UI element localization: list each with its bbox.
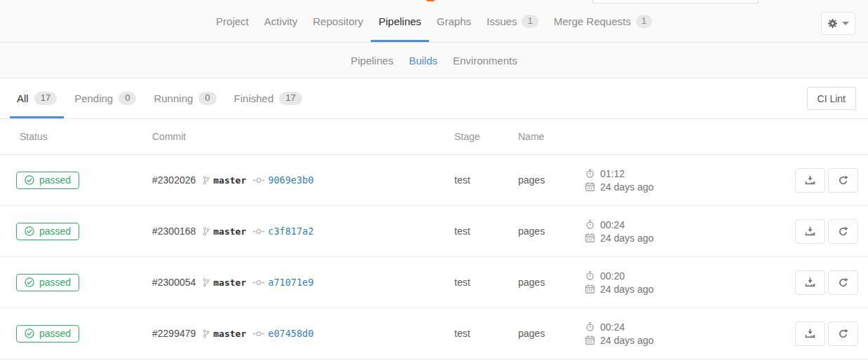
build-row: passed #2299479 master e07458d0 test pag… xyxy=(0,308,868,359)
status-label: passed xyxy=(39,174,71,186)
tab-count-badge: 17 xyxy=(34,92,57,105)
build-id-link[interactable]: #2300168 xyxy=(152,226,196,237)
nav-link-pipelines[interactable]: Pipelines xyxy=(372,0,428,42)
download-icon xyxy=(805,328,815,339)
download-icon xyxy=(805,226,815,237)
nav-link-repository[interactable]: Repository xyxy=(306,0,370,42)
finished-value: 24 days ago xyxy=(600,181,653,193)
gitlab-builds-page: Project Activity Repository Pipelines Gr… xyxy=(0,0,868,360)
commit-icon xyxy=(253,279,264,286)
duration-line: 00:24 xyxy=(585,219,792,230)
project-nav: Project Activity Repository Pipelines Gr… xyxy=(0,0,868,43)
timing-cell: 00:24 24 days ago xyxy=(585,321,792,346)
settings-dropdown-button[interactable] xyxy=(821,12,855,35)
header-stage: Stage xyxy=(454,131,518,142)
nav-item-pipelines[interactable]: Pipelines xyxy=(371,0,429,42)
nav-link-project[interactable]: Project xyxy=(209,0,256,42)
build-id-link[interactable]: #2300054 xyxy=(152,277,196,288)
branch-icon xyxy=(203,329,210,338)
build-id-link[interactable]: #2302026 xyxy=(152,174,196,186)
nav-link-activity[interactable]: Activity xyxy=(257,0,305,42)
build-row: passed #2300168 master c3f817a2 test pag… xyxy=(0,206,868,257)
finished-line: 24 days ago xyxy=(585,233,792,244)
nav-label: Merge Requests xyxy=(554,15,631,27)
actions-cell xyxy=(792,270,858,295)
actions-cell xyxy=(792,168,858,193)
timing-cell: 00:20 24 days ago xyxy=(585,270,792,295)
calendar-icon xyxy=(585,284,595,293)
build-scope-tabs: All17 Pending0 Running0 Finished17 xyxy=(10,78,313,118)
nav-link-merge-requests[interactable]: Merge Requests1 xyxy=(547,0,659,42)
retry-build-button[interactable] xyxy=(828,270,858,295)
calendar-icon xyxy=(585,335,595,345)
duration-value: 00:20 xyxy=(600,270,625,282)
commit-icon xyxy=(253,228,264,235)
nav-link-issues[interactable]: Issues1 xyxy=(480,0,545,42)
check-circle-icon xyxy=(25,175,34,185)
commit-cell: #2299479 master e07458d0 xyxy=(152,328,454,339)
ci-lint-button[interactable]: CI Lint xyxy=(807,87,856,110)
actions-cell xyxy=(792,321,858,346)
commit-cell: #2302026 master 9069e3b0 xyxy=(152,174,454,186)
download-artifacts-button[interactable] xyxy=(795,219,825,244)
duration-value: 00:24 xyxy=(600,321,625,333)
retry-build-button[interactable] xyxy=(828,219,858,244)
nav-item-repository[interactable]: Repository xyxy=(305,0,371,42)
retry-icon xyxy=(838,175,848,186)
commit-hash-link[interactable]: a71071e9 xyxy=(268,277,313,288)
nav-label: Project xyxy=(216,15,249,27)
nav-item-activity[interactable]: Activity xyxy=(257,0,306,42)
tab-running[interactable]: Running0 xyxy=(147,78,223,118)
status-badge[interactable]: passed xyxy=(16,274,79,291)
download-artifacts-button[interactable] xyxy=(795,168,825,193)
branch-link[interactable]: master xyxy=(213,175,246,186)
builds-table-header: Status Commit Stage Name xyxy=(0,119,868,155)
nav-item-merge-requests[interactable]: Merge Requests1 xyxy=(546,0,660,42)
tab-all[interactable]: All17 xyxy=(10,78,64,118)
branch-ref: master xyxy=(203,277,246,288)
tab-finished[interactable]: Finished17 xyxy=(227,78,309,118)
build-id-link[interactable]: #2299479 xyxy=(152,328,196,339)
commit-hash-link[interactable]: 9069e3b0 xyxy=(268,174,313,186)
actions-cell xyxy=(792,219,858,244)
search-input-partial[interactable] xyxy=(592,0,759,4)
nav-link-graphs[interactable]: Graphs xyxy=(430,0,478,42)
name-cell: pages xyxy=(518,328,585,339)
calendar-icon xyxy=(585,233,595,242)
header-name: Name xyxy=(518,131,585,142)
stopwatch-icon xyxy=(585,220,595,229)
sub-nav-builds[interactable]: Builds xyxy=(401,55,445,67)
finished-line: 24 days ago xyxy=(585,181,792,193)
stage-cell: test xyxy=(454,328,518,339)
nav-item-project[interactable]: Project xyxy=(208,0,257,42)
nav-item-graphs[interactable]: Graphs xyxy=(429,0,479,42)
branch-ref: master xyxy=(203,328,246,339)
branch-link[interactable]: master xyxy=(213,226,246,237)
download-artifacts-button[interactable] xyxy=(795,321,825,346)
sub-nav-environments[interactable]: Environments xyxy=(445,55,525,67)
commit-hash-link[interactable]: c3f817a2 xyxy=(268,226,313,237)
nav-item-issues[interactable]: Issues1 xyxy=(479,0,546,42)
tab-pending[interactable]: Pending0 xyxy=(67,78,143,118)
commit-hash-link[interactable]: e07458d0 xyxy=(268,328,313,339)
tab-count-badge: 0 xyxy=(198,92,216,105)
stopwatch-icon xyxy=(585,271,595,280)
issues-count-badge: 1 xyxy=(522,15,538,28)
finished-value: 24 days ago xyxy=(600,233,653,244)
retry-build-button[interactable] xyxy=(828,168,858,193)
retry-build-button[interactable] xyxy=(828,321,858,346)
header-commit: Commit xyxy=(152,131,454,142)
stopwatch-icon xyxy=(585,169,595,178)
status-badge[interactable]: passed xyxy=(16,223,79,240)
sub-nav-pipelines[interactable]: Pipelines xyxy=(343,55,401,67)
status-badge[interactable]: passed xyxy=(16,325,79,342)
branch-icon xyxy=(203,227,210,236)
status-cell: passed xyxy=(10,223,152,240)
download-artifacts-button[interactable] xyxy=(795,270,825,295)
status-badge[interactable]: passed xyxy=(16,172,79,189)
branch-link[interactable]: master xyxy=(213,328,246,339)
builds-filter-row: All17 Pending0 Running0 Finished17 CI Li… xyxy=(0,78,868,119)
branch-link[interactable]: master xyxy=(213,277,246,288)
check-circle-icon xyxy=(25,277,34,287)
status-cell: passed xyxy=(10,325,152,342)
